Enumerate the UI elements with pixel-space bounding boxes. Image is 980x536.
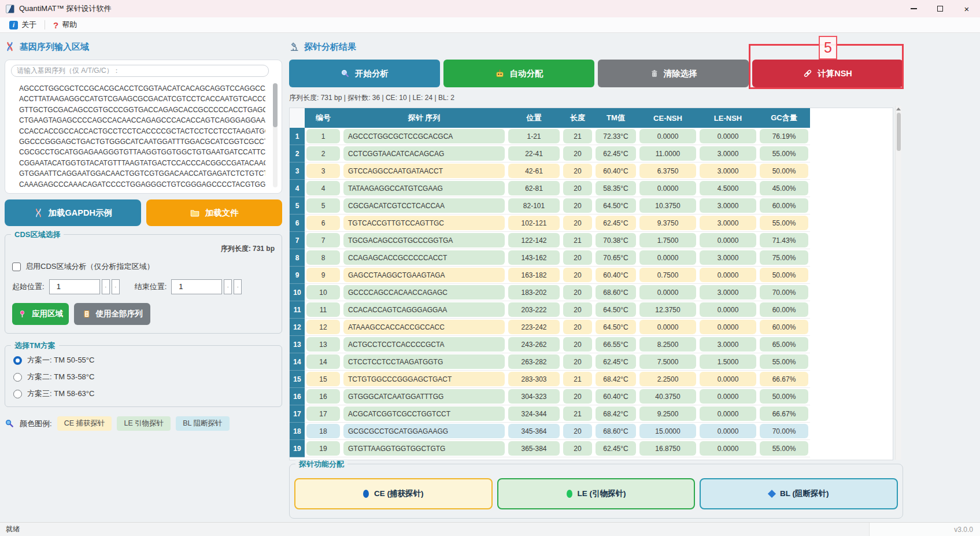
cell-len[interactable]: 20: [561, 162, 594, 180]
cell-le[interactable]: 0.0000: [698, 301, 758, 319]
cell-le[interactable]: 3.0000: [698, 249, 758, 267]
cell-pos[interactable]: 203-222: [506, 301, 561, 319]
cell-seq[interactable]: GCCCCAGCCACAACCAGAGC: [342, 284, 506, 301]
cell-tm[interactable]: 60.40°C: [594, 162, 638, 180]
tm-option-2[interactable]: 方案二: TM 53-58°C: [13, 372, 273, 382]
cell-pos[interactable]: 122-142: [506, 232, 561, 249]
cell-num[interactable]: 11: [305, 301, 342, 319]
cell-le[interactable]: 3.0000: [698, 215, 758, 232]
calc-nsh-button[interactable]: 计算NSH: [752, 60, 903, 87]
cell-le[interactable]: 4.5000: [698, 180, 758, 197]
apply-region-button[interactable]: 应用区域: [12, 303, 69, 325]
assign-ce-button[interactable]: CE (捕获探针): [294, 478, 493, 509]
cell-tm[interactable]: 62.45°C: [594, 215, 638, 232]
cell-ce[interactable]: 16.8750: [638, 440, 698, 457]
cell-pos[interactable]: 82-101: [506, 197, 561, 215]
cell-gc[interactable]: 76.19%: [758, 128, 810, 145]
cell-gc[interactable]: 55.00%: [758, 440, 810, 457]
cell-seq[interactable]: GTCCAGGCCAATGATAACCT: [342, 162, 506, 180]
cell-ce[interactable]: 0.0000: [638, 249, 698, 267]
cell-tm[interactable]: 60.40°C: [594, 267, 638, 284]
cell-num[interactable]: 6: [305, 215, 342, 232]
cell-gc[interactable]: 50.00%: [758, 388, 810, 405]
cell-pos[interactable]: 22-41: [506, 145, 561, 162]
cell-ce[interactable]: 40.3750: [638, 388, 698, 405]
assign-le-button[interactable]: LE (引物探针): [497, 478, 696, 509]
cell-ce[interactable]: 0.7500: [638, 267, 698, 284]
cell-gc[interactable]: 70.00%: [758, 423, 810, 440]
load-gapdh-button[interactable]: 加载GAPDH示例: [5, 199, 141, 226]
cell-le[interactable]: 3.0000: [698, 162, 758, 180]
cell-le[interactable]: 3.0000: [698, 197, 758, 215]
cell-seq[interactable]: ATAAAGCCACCACCGCCACC: [342, 319, 506, 336]
cell-num[interactable]: 12: [305, 319, 342, 336]
cell-ce[interactable]: 7.5000: [638, 353, 698, 371]
cell-le[interactable]: 0.0000: [698, 128, 758, 145]
menu-about[interactable]: i 关于: [3, 18, 42, 32]
cell-tm[interactable]: 62.45°C: [594, 353, 638, 371]
cell-len[interactable]: 21: [561, 371, 594, 388]
cell-ce[interactable]: 0.0000: [638, 180, 698, 197]
cell-seq[interactable]: ACGCATCGGTCGCCTGGTCCT: [342, 405, 506, 423]
cell-len[interactable]: 20: [561, 215, 594, 232]
cell-pos[interactable]: 223-242: [506, 319, 561, 336]
enable-cds-checkbox[interactable]: [12, 263, 21, 271]
start-position-input[interactable]: 1: [49, 279, 100, 294]
cell-ce[interactable]: 10.3750: [638, 197, 698, 215]
cell-tm[interactable]: 62.45°C: [594, 145, 638, 162]
cell-le[interactable]: 0.0000: [698, 371, 758, 388]
cell-pos[interactable]: 304-323: [506, 388, 561, 405]
cell-gc[interactable]: 50.00%: [758, 162, 810, 180]
cell-tm[interactable]: 62.45°C: [594, 440, 638, 457]
cell-num[interactable]: 7: [305, 232, 342, 249]
cell-ce[interactable]: 15.0000: [638, 423, 698, 440]
cell-gc[interactable]: 70.00%: [758, 284, 810, 301]
cell-seq[interactable]: CGCGACATCGTCCTCACCAA: [342, 197, 506, 215]
use-full-sequence-button[interactable]: 使用全部序列: [74, 303, 150, 325]
cell-len[interactable]: 21: [561, 405, 594, 423]
cell-pos[interactable]: 283-303: [506, 371, 561, 388]
cell-ce[interactable]: 2.2500: [638, 371, 698, 388]
cell-len[interactable]: 20: [561, 284, 594, 301]
cell-tm[interactable]: 68.60°C: [594, 423, 638, 440]
cell-le[interactable]: 0.0000: [698, 440, 758, 457]
cell-gc[interactable]: 50.00%: [758, 267, 810, 284]
cell-tm[interactable]: 60.40°C: [594, 388, 638, 405]
cell-len[interactable]: 20: [561, 319, 594, 336]
end-spin-up-button[interactable]: ·: [224, 279, 232, 294]
minimize-button[interactable]: [900, 0, 927, 17]
tm-option-1[interactable]: 方案一: TM 50-55°C: [13, 355, 273, 365]
cell-num[interactable]: 9: [305, 267, 342, 284]
cell-tm[interactable]: 70.38°C: [594, 232, 638, 249]
maximize-button[interactable]: [927, 0, 953, 17]
cell-len[interactable]: 20: [561, 180, 594, 197]
cell-tm[interactable]: 68.42°C: [594, 405, 638, 423]
end-spin-down-button[interactable]: ·: [234, 279, 242, 294]
cell-len[interactable]: 20: [561, 301, 594, 319]
load-file-button[interactable]: 加载文件: [146, 199, 283, 226]
cell-seq[interactable]: TATAAGAGGCCATGTCGAAG: [342, 180, 506, 197]
cell-pos[interactable]: 183-202: [506, 284, 561, 301]
cell-len[interactable]: 20: [561, 423, 594, 440]
cell-ce[interactable]: 12.3750: [638, 301, 698, 319]
cell-ce[interactable]: 11.0000: [638, 145, 698, 162]
cell-seq[interactable]: GAGCCTAAGGCTGAAGTAGA: [342, 267, 506, 284]
cell-pos[interactable]: 324-344: [506, 405, 561, 423]
cell-tm[interactable]: 72.33°C: [594, 128, 638, 145]
scrollbar-thumb[interactable]: [897, 113, 901, 151]
cell-ce[interactable]: 1.7500: [638, 232, 698, 249]
tm-option-3[interactable]: 方案三: TM 58-63°C: [13, 389, 273, 399]
cell-pos[interactable]: 345-364: [506, 423, 561, 440]
cell-pos[interactable]: 1-21: [506, 128, 561, 145]
menu-help[interactable]: ? 帮助: [47, 18, 83, 32]
cell-len[interactable]: 21: [561, 232, 594, 249]
cell-pos[interactable]: 143-162: [506, 249, 561, 267]
cell-le[interactable]: 0.0000: [698, 388, 758, 405]
cell-ce[interactable]: 8.2500: [638, 336, 698, 353]
cell-ce[interactable]: 0.0000: [638, 284, 698, 301]
cell-len[interactable]: 20: [561, 249, 594, 267]
cell-le[interactable]: 1.5000: [698, 353, 758, 371]
cell-pos[interactable]: 243-262: [506, 336, 561, 353]
cell-ce[interactable]: 0.0000: [638, 128, 698, 145]
cell-gc[interactable]: 66.67%: [758, 405, 810, 423]
